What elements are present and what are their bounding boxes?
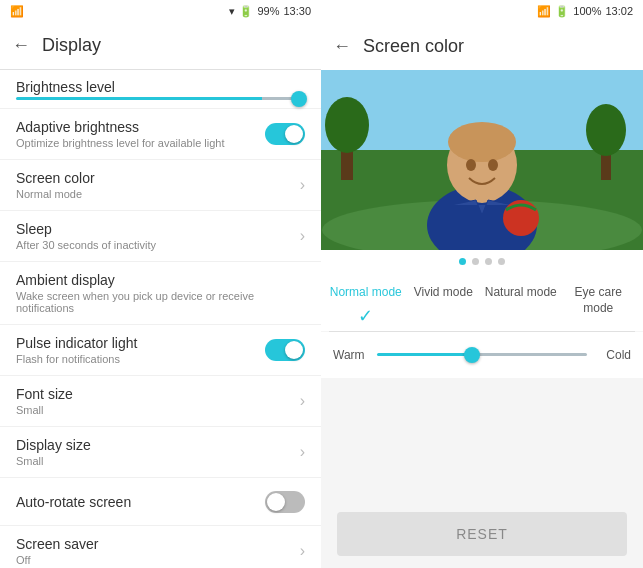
left-status-bar: 📶 ▾ 🔋 99% 13:30 — [0, 0, 321, 22]
right-header: ← Screen color — [321, 22, 643, 70]
color-mode-eyecare[interactable]: Eye care mode — [562, 285, 636, 316]
warmcold-slider-track[interactable] — [377, 353, 587, 356]
svg-point-10 — [325, 97, 369, 153]
preview-image — [321, 70, 643, 250]
screen-saver-content: Screen saver Off — [16, 536, 292, 566]
color-mode-normal-check: ✓ — [358, 305, 373, 327]
color-mode-vivid[interactable]: Vivid mode — [407, 285, 481, 301]
font-size-sublabel: Small — [16, 404, 292, 416]
right-status-right: 📶 🔋 100% 13:02 — [537, 5, 633, 18]
left-back-button[interactable]: ← — [12, 35, 30, 56]
color-mode-natural[interactable]: Natural mode — [484, 285, 558, 301]
color-mode-normal[interactable]: Normal mode ✓ — [329, 285, 403, 327]
battery-percent: 99% — [257, 5, 279, 17]
screen-color-content: Screen color Normal mode — [16, 170, 292, 200]
pulse-indicator-sublabel: Flash for notifications — [16, 353, 257, 365]
wifi-icon: ▾ — [229, 5, 235, 18]
pulse-indicator-control — [265, 339, 305, 361]
sleep-item[interactable]: Sleep After 30 seconds of inactivity › — [0, 211, 321, 262]
right-battery-icon: 🔋 — [555, 5, 569, 18]
screen-saver-label: Screen saver — [16, 536, 292, 552]
right-status-bar: 📶 🔋 100% 13:02 — [321, 0, 643, 22]
right-panel: 📶 🔋 100% 13:02 ← Screen color — [321, 0, 643, 568]
color-mode-normal-label: Normal mode — [330, 285, 402, 301]
warmcold-slider-thumb[interactable] — [464, 347, 480, 363]
screen-saver-item[interactable]: Screen saver Off › — [0, 526, 321, 568]
settings-list: Brightness level Adaptive brightness Opt… — [0, 70, 321, 568]
right-wifi-icon: 📶 — [537, 5, 551, 18]
reset-btn-container: RESET — [321, 500, 643, 568]
auto-rotate-content: Auto-rotate screen — [16, 494, 257, 510]
sleep-label: Sleep — [16, 221, 292, 237]
svg-point-5 — [448, 122, 516, 162]
color-mode-eyecare-label: Eye care mode — [562, 285, 636, 316]
display-size-label: Display size — [16, 437, 292, 453]
font-size-chevron: › — [300, 392, 305, 410]
reset-button[interactable]: RESET — [337, 512, 627, 556]
svg-point-12 — [586, 104, 626, 156]
dot-4[interactable] — [498, 258, 505, 265]
left-page-title: Display — [42, 35, 101, 56]
auto-rotate-control — [265, 491, 305, 513]
warmcold-warm-label: Warm — [333, 348, 369, 362]
battery-icon: 🔋 — [239, 5, 253, 18]
font-size-control: › — [300, 392, 305, 410]
dot-2[interactable] — [472, 258, 479, 265]
color-mode-natural-label: Natural mode — [485, 285, 557, 301]
time-display: 13:30 — [283, 5, 311, 17]
left-status-bar-left: 📶 — [10, 5, 24, 18]
adaptive-brightness-control — [265, 123, 305, 145]
brightness-slider-thumb[interactable] — [291, 91, 307, 107]
ambient-display-item: Ambient display Wake screen when you pic… — [0, 262, 321, 325]
dot-3[interactable] — [485, 258, 492, 265]
left-panel: 📶 ▾ 🔋 99% 13:30 ← Display Brightness lev… — [0, 0, 321, 568]
ambient-display-label: Ambient display — [16, 272, 305, 288]
right-page-title: Screen color — [363, 36, 464, 57]
signal-icon: 📶 — [10, 5, 24, 18]
adaptive-brightness-sublabel: Optimize brightness level for available … — [16, 137, 257, 149]
right-battery-percent: 100% — [573, 5, 601, 17]
pulse-indicator-item: Pulse indicator light Flash for notifica… — [0, 325, 321, 376]
adaptive-brightness-content: Adaptive brightness Optimize brightness … — [16, 119, 257, 149]
warmcold-container: Warm Cold — [321, 332, 643, 378]
dot-1[interactable] — [459, 258, 466, 265]
adaptive-brightness-knob — [285, 125, 303, 143]
auto-rotate-item: Auto-rotate screen — [0, 478, 321, 526]
warmcold-cold-label: Cold — [595, 348, 631, 362]
font-size-item[interactable]: Font size Small › — [0, 376, 321, 427]
svg-point-7 — [488, 159, 498, 171]
adaptive-brightness-item: Adaptive brightness Optimize brightness … — [0, 109, 321, 160]
sleep-control: › — [300, 227, 305, 245]
pulse-indicator-content: Pulse indicator light Flash for notifica… — [16, 335, 257, 365]
ambient-display-content: Ambient display Wake screen when you pic… — [16, 272, 305, 314]
preview-image-content — [321, 70, 643, 250]
pulse-indicator-toggle[interactable] — [265, 339, 305, 361]
screen-saver-control: › — [300, 542, 305, 560]
display-size-chevron: › — [300, 443, 305, 461]
left-status-bar-right: ▾ 🔋 99% 13:30 — [229, 5, 311, 18]
auto-rotate-knob — [267, 493, 285, 511]
display-size-item[interactable]: Display size Small › — [0, 427, 321, 478]
svg-point-6 — [466, 159, 476, 171]
font-size-content: Font size Small — [16, 386, 292, 416]
sleep-content: Sleep After 30 seconds of inactivity — [16, 221, 292, 251]
preview-svg — [321, 70, 643, 250]
adaptive-brightness-toggle[interactable] — [265, 123, 305, 145]
brightness-label: Brightness level — [16, 79, 115, 95]
screen-saver-chevron: › — [300, 542, 305, 560]
brightness-slider-track[interactable] — [16, 97, 305, 100]
screen-color-sublabel: Normal mode — [16, 188, 292, 200]
adaptive-brightness-label: Adaptive brightness — [16, 119, 257, 135]
screen-color-item[interactable]: Screen color Normal mode › — [0, 160, 321, 211]
dot-indicators — [321, 250, 643, 273]
font-size-label: Font size — [16, 386, 292, 402]
auto-rotate-toggle[interactable] — [265, 491, 305, 513]
color-modes: Normal mode ✓ Vivid mode Natural mode Ey… — [321, 273, 643, 331]
display-size-content: Display size Small — [16, 437, 292, 467]
sleep-chevron: › — [300, 227, 305, 245]
ambient-display-sublabel: Wake screen when you pick up device or r… — [16, 290, 305, 314]
sleep-sublabel: After 30 seconds of inactivity — [16, 239, 292, 251]
spacer — [321, 378, 643, 500]
display-size-sublabel: Small — [16, 455, 292, 467]
right-back-button[interactable]: ← — [333, 36, 351, 57]
